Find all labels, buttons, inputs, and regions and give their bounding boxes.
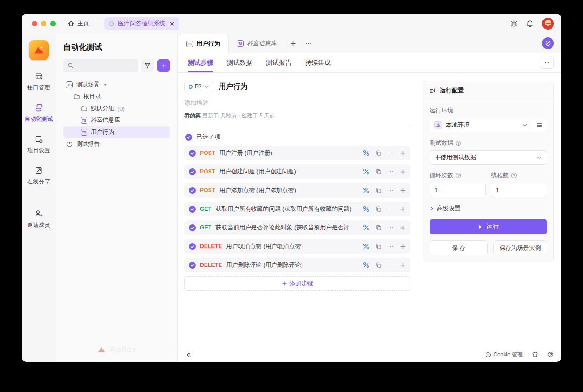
add-icon[interactable] [400, 262, 406, 268]
add-icon[interactable] [400, 188, 406, 193]
doc-tab-department-info[interactable]: TS 科室信息库 [229, 34, 285, 53]
new-tab-button[interactable] [285, 34, 301, 53]
extract-variable-icon[interactable] [363, 243, 369, 249]
copy-icon[interactable] [375, 243, 382, 249]
help-icon[interactable] [455, 140, 461, 146]
description-placeholder[interactable]: 添加描述 [184, 99, 410, 107]
cookie-manager-button[interactable]: Cookie 管理 [485, 351, 523, 359]
notifications-bell-icon[interactable] [526, 20, 534, 28]
home-button[interactable]: 主页 [67, 20, 89, 28]
collapse-sidebar-icon[interactable] [185, 351, 192, 358]
help-question-icon[interactable] [547, 351, 554, 358]
tab-test-report[interactable]: 测试报告 [266, 53, 292, 72]
debug-mode-button[interactable] [542, 37, 554, 49]
step-checkbox[interactable] [189, 243, 196, 250]
test-step-row[interactable]: DELETE 用户取消点赞 (用户取消点赞) [184, 239, 410, 254]
add-icon[interactable] [400, 206, 406, 212]
add-icon[interactable] [400, 244, 406, 249]
copy-icon[interactable] [375, 168, 382, 175]
doc-tab-user-behavior[interactable]: TS 用户行为 [178, 34, 229, 53]
meta-text: 更新于 几秒前 · 创建于 5 天前 [202, 112, 275, 119]
select-all-checkbox[interactable] [185, 134, 192, 141]
project-tab-close-icon[interactable] [169, 21, 174, 26]
copy-icon[interactable] [375, 150, 382, 156]
sub-tab-more-button[interactable] [540, 57, 554, 69]
add-icon[interactable] [400, 225, 406, 231]
tab-continuous-integration[interactable]: 持续集成 [305, 53, 331, 72]
advanced-settings-toggle[interactable]: 高级设置 [430, 204, 547, 213]
add-step-button[interactable]: 添加步骤 [184, 276, 410, 291]
help-icon[interactable] [511, 173, 517, 178]
extract-variable-icon[interactable] [363, 187, 369, 193]
copy-icon[interactable] [375, 206, 382, 212]
filter-button[interactable] [141, 59, 154, 72]
more-icon [305, 40, 312, 46]
apifox-logo[interactable] [29, 40, 49, 60]
step-checkbox[interactable] [189, 224, 196, 231]
extract-variable-icon[interactable] [363, 150, 369, 156]
step-checkbox[interactable] [189, 187, 196, 194]
tab-list-button[interactable] [301, 34, 316, 53]
step-checkbox[interactable] [189, 150, 196, 157]
status-footer: Cookie 管理 [178, 347, 561, 362]
rail-item-api-management[interactable]: 接口管理 [27, 72, 50, 92]
extract-variable-icon[interactable] [363, 168, 369, 175]
test-step-row[interactable]: DELETE 用户删除评论 (用户删除评论) [184, 258, 410, 272]
tree-item-department-info[interactable]: TS 科室信息库 [63, 114, 170, 126]
test-data-select[interactable]: 不使用测试数据 [430, 150, 547, 165]
project-tab[interactable]: 医疗问答信息系统 [104, 17, 179, 30]
add-icon[interactable] [400, 169, 406, 175]
settings-gear-icon[interactable] [510, 20, 518, 28]
theme-shirt-icon[interactable] [532, 351, 538, 358]
environment-select[interactable]: 本 本地环境 [430, 121, 532, 129]
extract-variable-icon[interactable] [363, 224, 369, 231]
user-avatar[interactable] [542, 18, 554, 30]
more-icon[interactable] [388, 168, 394, 175]
test-step-row[interactable]: GET 获取用户所有收藏的问题 (获取用户所有收藏的问题) [184, 202, 410, 216]
save-button[interactable]: 保 存 [430, 240, 488, 255]
new-scenario-button[interactable] [157, 59, 170, 72]
tree-root-test-scenarios[interactable]: TS 测试场景 [63, 79, 170, 91]
more-icon[interactable] [388, 224, 394, 231]
tree-item-user-behavior[interactable]: TS 用户行为 [63, 126, 170, 138]
more-icon[interactable] [388, 262, 394, 268]
copy-icon[interactable] [375, 224, 382, 231]
rail-item-online-share[interactable]: 在线分享 [27, 166, 50, 186]
tree-item-test-reports[interactable]: 测试报告 [63, 138, 170, 150]
help-icon[interactable] [455, 173, 461, 178]
copy-icon[interactable] [375, 262, 382, 268]
add-icon[interactable] [400, 150, 406, 156]
tab-test-steps[interactable]: 测试步骤 [188, 53, 213, 72]
copy-icon[interactable] [375, 187, 382, 193]
extract-variable-icon[interactable] [363, 262, 369, 268]
test-step-row[interactable]: POST 用户添加点赞 (用户添加点赞) [184, 183, 410, 198]
tree-item-root-folder[interactable]: 根目录 [63, 91, 170, 102]
run-button[interactable]: 运行 [430, 219, 547, 234]
more-icon[interactable] [388, 150, 394, 156]
save-as-instance-button[interactable]: 保存为场景实例 [493, 240, 547, 255]
rail-item-project-settings[interactable]: 项目设置 [27, 135, 50, 154]
extract-variable-icon[interactable] [363, 206, 369, 212]
step-checkbox[interactable] [189, 168, 196, 175]
tree-item-default-group[interactable]: 默认分组 (0) [63, 102, 170, 114]
manage-environments-button[interactable] [532, 118, 547, 132]
zoom-window-button[interactable] [50, 21, 56, 26]
test-step-row[interactable]: POST 用户注册 (用户注册) [184, 146, 410, 160]
step-title: 用户添加点赞 (用户添加点赞) [219, 186, 296, 194]
more-icon[interactable] [388, 243, 394, 249]
more-icon[interactable] [388, 206, 394, 212]
close-window-button[interactable] [32, 21, 37, 26]
rail-item-invite-members[interactable]: 邀请成员 [27, 209, 50, 229]
priority-selector[interactable]: P2 [184, 81, 213, 92]
more-icon[interactable] [388, 187, 394, 193]
loop-count-input[interactable] [430, 183, 486, 197]
search-input[interactable] [63, 59, 138, 72]
thread-count-input[interactable] [491, 183, 547, 197]
rail-item-automated-testing[interactable]: 自动化测试 [25, 103, 53, 123]
step-checkbox[interactable] [189, 206, 196, 213]
test-step-row[interactable]: GET 获取当前用户是否评论此对象 (获取当前用户是否评论此对象) [184, 220, 410, 235]
minimize-window-button[interactable] [41, 21, 46, 26]
test-step-row[interactable]: POST 用户创建问题 (用户创建问题) [184, 164, 410, 179]
tab-test-data[interactable]: 测试数据 [227, 53, 252, 72]
step-checkbox[interactable] [189, 262, 196, 269]
